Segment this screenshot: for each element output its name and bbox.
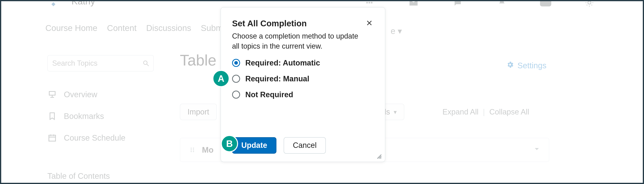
header-user-name: Kathy: [72, 1, 95, 7]
drag-handle-icon[interactable]: [188, 146, 196, 154]
search-icon[interactable]: [142, 59, 150, 67]
collapse-all-link[interactable]: Collapse All: [489, 108, 529, 116]
mail-icon[interactable]: [408, 1, 420, 7]
import-label: Import: [188, 108, 209, 116]
header-strip: Kathy: [45, 1, 596, 7]
search-topics-field[interactable]: [48, 55, 154, 72]
chevron-down-icon: ▾: [394, 108, 397, 116]
svg-rect-2: [49, 92, 55, 95]
svg-point-9: [191, 148, 192, 149]
svg-point-11: [191, 149, 192, 150]
modal-title: Set All Completion: [232, 19, 360, 28]
svg-line-1: [147, 64, 149, 66]
nav-more-cutoff[interactable]: e ▾: [391, 26, 402, 36]
svg-point-0: [144, 61, 147, 64]
module-title: Mo: [202, 146, 214, 154]
cancel-button[interactable]: Cancel: [284, 137, 326, 154]
annotation-a: A: [212, 70, 230, 87]
settings-label: Settings: [517, 61, 546, 70]
nav-course-home[interactable]: Course Home: [45, 23, 97, 33]
bell-icon[interactable]: [496, 1, 508, 7]
update-button[interactable]: Update: [232, 137, 276, 154]
sidebar-item-label: Overview: [64, 90, 97, 99]
modal-header: Set All Completion Choose a completion m…: [232, 19, 374, 52]
sidebar-item-overview[interactable]: Overview: [48, 84, 168, 105]
svg-point-14: [193, 151, 194, 152]
expand-all-link[interactable]: Expand All: [442, 108, 478, 116]
app-logo-icon: [45, 1, 62, 7]
radio-button-icon: [232, 90, 240, 99]
avatar-icon[interactable]: [540, 1, 551, 6]
completion-radio-group: Required: Automatic Required: Manual Not…: [232, 59, 374, 99]
radio-label: Required: Manual: [245, 74, 309, 83]
sidebar-item-label: Bookmarks: [64, 112, 104, 121]
caret-down-icon[interactable]: [533, 145, 541, 155]
svg-point-10: [193, 148, 194, 149]
sidebar-item-label: Course Schedule: [64, 134, 126, 142]
header-icons: [363, 1, 596, 7]
projector-icon: [48, 90, 57, 99]
svg-rect-5: [49, 135, 56, 141]
search-input[interactable]: [52, 59, 142, 68]
close-icon[interactable]: ✕: [365, 19, 374, 28]
sidebar-item-bookmarks[interactable]: Bookmarks: [48, 105, 168, 127]
nav-discussions[interactable]: Discussions: [146, 23, 191, 33]
gear-icon: [506, 61, 514, 70]
radio-not-required[interactable]: Not Required: [232, 90, 374, 99]
nav-more-label: e: [391, 26, 395, 36]
radio-label: Required: Automatic: [245, 59, 320, 67]
radio-required-automatic[interactable]: Required: Automatic: [232, 59, 374, 67]
chevron-down-icon: ▾: [398, 26, 402, 36]
chat-icon[interactable]: [452, 1, 464, 7]
radio-required-manual[interactable]: Required: Manual: [232, 74, 374, 83]
svg-point-13: [191, 151, 192, 152]
set-all-completion-modal: Set All Completion Choose a completion m…: [220, 7, 385, 162]
resize-handle-icon[interactable]: [376, 152, 382, 158]
import-button[interactable]: Import: [180, 104, 217, 120]
radio-button-icon: [232, 75, 240, 83]
divider: |: [483, 108, 485, 116]
sidebar-toc-label[interactable]: Table of Contents: [48, 172, 110, 180]
calendar-icon: [48, 133, 57, 142]
modal-subtitle: Choose a completion method to update all…: [232, 31, 360, 52]
course-nav: Course Home Content Discussions Submis: [45, 23, 229, 33]
annotation-b: B: [221, 135, 238, 152]
bookmark-icon: [48, 111, 57, 121]
modal-actions: Update Cancel: [232, 137, 374, 154]
radio-label: Not Required: [245, 90, 293, 99]
nav-content[interactable]: Content: [107, 23, 136, 33]
sidebar: Overview Bookmarks Course Schedule Table…: [48, 55, 168, 149]
apps-icon[interactable]: [363, 1, 376, 7]
radio-button-icon: [232, 59, 240, 67]
gear-icon[interactable]: [583, 1, 596, 7]
settings-link[interactable]: Settings: [506, 61, 546, 70]
sidebar-item-course-schedule[interactable]: Course Schedule: [48, 127, 168, 149]
expand-collapse-controls: Expand All | Collapse All: [442, 108, 529, 116]
svg-point-12: [193, 149, 194, 150]
